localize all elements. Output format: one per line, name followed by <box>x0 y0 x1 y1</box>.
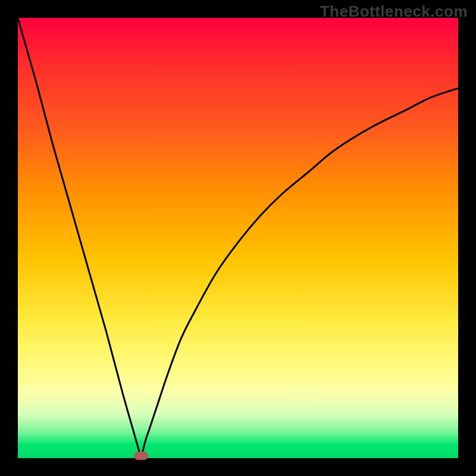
watermark-text: TheBottleneck.com <box>320 2 468 21</box>
plot-area <box>18 18 458 458</box>
chart-frame: TheBottleneck.com <box>0 0 476 476</box>
curve-right-branch <box>141 88 458 458</box>
curve-left-branch <box>18 18 141 458</box>
bottleneck-curve <box>18 18 458 458</box>
minimum-marker <box>134 452 148 460</box>
